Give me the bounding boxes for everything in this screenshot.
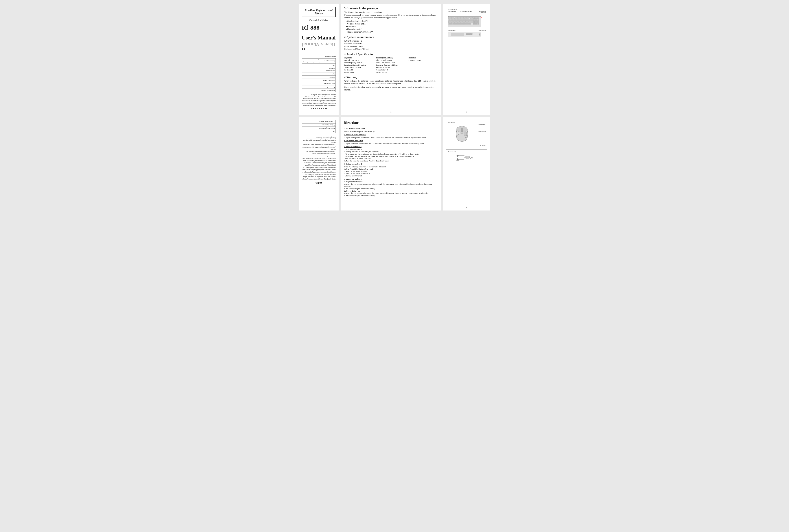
sysreq-item-0: IBM or Compatible PC <box>344 40 438 42</box>
c-step0: 1. Turn your computer off. <box>344 149 438 151</box>
warranty-title: WARRANTY <box>302 107 336 110</box>
svg-rect-58 <box>460 21 461 22</box>
page-2-directions: Directions © To install this product Ple… <box>341 117 441 210</box>
contents-item-3: Manual/warranty*1 <box>346 28 438 31</box>
svg-rect-104 <box>478 23 479 24</box>
e-mouse-b: b. Re-setting ID again after replace bat… <box>344 194 438 197</box>
svg-point-138 <box>471 157 472 158</box>
svg-point-123 <box>457 158 458 160</box>
warranty-customer-label: Customer's Name <box>320 79 336 82</box>
spec-bullet: © <box>344 53 345 56</box>
svg-rect-108 <box>451 33 464 36</box>
e-mouse-a: a. When there is low power in mouse, the… <box>344 192 438 194</box>
c-step1: 2. Putting Receiver 'Y' cable into your … <box>344 151 438 153</box>
svg-rect-13 <box>467 17 468 18</box>
svg-rect-96 <box>475 21 476 22</box>
svg-rect-28 <box>459 18 460 19</box>
contents-item-1: Cordless mouse unit*1 <box>346 22 438 25</box>
sysreq-item-3: Keyboard and Mouse PS2 port <box>344 48 438 51</box>
warranty-model-code: 7BF888-MVC001 <box>325 55 336 57</box>
warranty-row-date-label: Date of purchase <box>320 82 336 85</box>
mouse-unit-diagram: Mouse unit <box>446 120 487 148</box>
svg-point-118 <box>465 137 466 138</box>
svg-rect-43 <box>459 19 461 20</box>
svg-point-120 <box>457 155 458 156</box>
svg-rect-21 <box>448 18 450 19</box>
svg-rect-81 <box>454 23 463 24</box>
section-A-title: A. Keyboard unit installation <box>344 134 438 136</box>
svg-rect-19 <box>476 17 477 18</box>
svg-rect-7 <box>458 17 459 18</box>
svg-rect-29 <box>460 18 462 19</box>
c-step5: 3. Turn the computer on and start Window… <box>344 160 438 162</box>
sysreq-item-1: Windows 2000/ME/XP <box>344 42 438 45</box>
svg-text:Keyboard: Keyboard <box>457 160 459 161</box>
svg-rect-53 <box>453 21 454 22</box>
product-title-box: Cordless Keyboard and Mouse <box>302 7 336 17</box>
warranty-shoptel-label: Tel/ <box>320 64 336 67</box>
svg-rect-126 <box>459 159 464 160</box>
warranty-row-model-value <box>302 85 320 89</box>
svg-rect-117 <box>464 132 467 136</box>
svg-rect-36 <box>448 19 451 20</box>
to-install-title: © To install this product <box>344 127 438 130</box>
svg-rect-30 <box>462 18 463 19</box>
c-step2: * Disconnect any Keyboard cable and Conn… <box>344 153 438 155</box>
svg-rect-87 <box>473 18 475 19</box>
spec-kbd-5: Battery: 3 AAA <box>344 71 373 74</box>
warranty-text: This manual is issued to promise free re… <box>302 98 336 106</box>
svg-rect-68 <box>454 22 456 23</box>
keyboard-svg <box>448 14 485 29</box>
d-step2: 3. Press ID link button of receiver to . <box>344 173 438 175</box>
svg-rect-95 <box>473 21 475 22</box>
svg-rect-79 <box>451 23 453 24</box>
sysreq-item-2: CD-ROM or DVD driver <box>344 45 438 48</box>
svg-rect-11 <box>464 17 465 18</box>
svg-rect-4 <box>453 17 454 18</box>
svg-text:Mouse Port: Mouse Port <box>457 157 459 157</box>
svg-rect-71 <box>459 22 460 23</box>
svg-rect-18 <box>474 17 476 18</box>
svg-rect-76 <box>466 22 467 23</box>
svg-text:Y cable: Y cable <box>464 157 466 158</box>
sysreq-bullet: © <box>344 36 345 39</box>
d-step3: 4. Serring up ID finished <box>344 175 438 177</box>
svg-rect-38 <box>452 19 453 20</box>
product-subtitle: Flash Quick Worker <box>302 19 336 22</box>
svg-rect-52 <box>451 21 452 22</box>
svg-rect-75 <box>465 22 466 23</box>
section-B-step0: 1. Open the mouse battery cover, and Put… <box>344 142 438 145</box>
e-kbd-a: a. When there is low power or no power i… <box>344 183 438 188</box>
model-number: Rf-888 <box>302 24 336 31</box>
svg-rect-77 <box>468 22 473 23</box>
svg-rect-73 <box>462 22 463 23</box>
svg-rect-14 <box>468 17 470 18</box>
warranty-note: If there is one entry in three columns, … <box>302 93 336 97</box>
svg-rect-41 <box>456 19 458 20</box>
warning-title: © Warning <box>344 76 438 79</box>
spec-mouse-2: Operation distance: 1.5 Meters <box>376 64 406 66</box>
svg-rect-50 <box>470 19 473 20</box>
svg-rect-39 <box>454 19 455 20</box>
warranty-shop-label: Name of shop/ address/ <box>320 67 336 72</box>
svg-rect-72 <box>460 22 462 23</box>
svg-rect-27 <box>457 18 459 19</box>
id-link-button-label-kbd: ID Link Button <box>478 30 485 31</box>
svg-rect-60 <box>463 21 464 22</box>
svg-rect-70 <box>457 22 459 23</box>
svg-rect-51 <box>448 21 451 22</box>
spec-mouse-3: Resolution: 400 dpi <box>376 66 406 69</box>
svg-rect-125 <box>459 155 464 156</box>
contents-intro1: The following items are included in the … <box>344 11 438 14</box>
svg-rect-54 <box>454 21 455 22</box>
mouse-battery-house: Battery house <box>478 124 485 125</box>
fcc-note-text: NOTE: This equipment has been tested and… <box>302 156 336 181</box>
media-hotkey-label: Media control hotkey <box>460 11 472 13</box>
svg-rect-59 <box>461 21 462 22</box>
e-kbd-steps: a. When there is low power or no power i… <box>344 183 438 190</box>
svg-text:ID Link Button: ID Link Button <box>470 158 474 159</box>
svg-rect-99 <box>475 22 476 23</box>
spec-mouse-1: Radio Frequency: 27 MHz <box>376 62 406 64</box>
page-num-2b: 2 <box>390 207 391 209</box>
svg-rect-33 <box>466 18 467 19</box>
